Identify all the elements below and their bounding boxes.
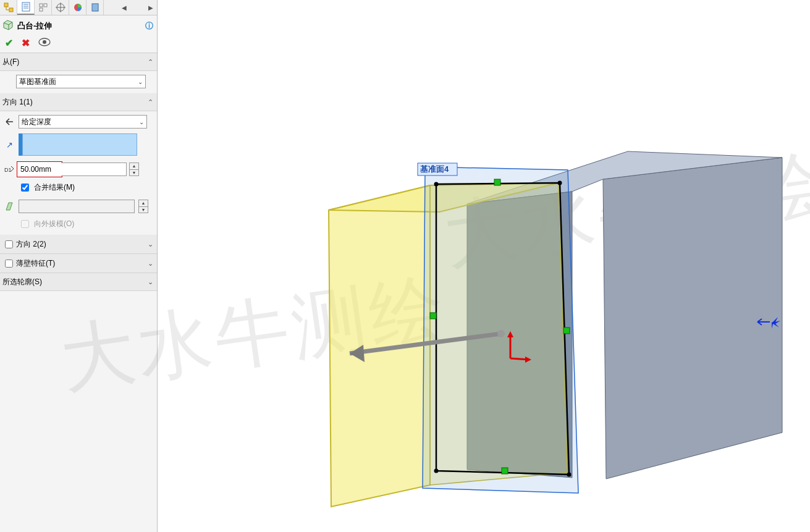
section-thin-header[interactable]: 薄壁特征(T) ⌄ — [0, 254, 157, 273]
section-dir2-label: 方向 2(2) — [16, 239, 46, 250]
target-icon — [56, 2, 65, 12]
draft-outward-label: 向外拔模(O) — [34, 219, 74, 229]
svg-point-23 — [558, 181, 562, 185]
spinner-down[interactable]: ▼ — [130, 170, 138, 176]
collapse-icon[interactable]: ⌃ — [148, 58, 153, 66]
section-from-label: 从(F) — [2, 57, 19, 67]
draft-icon[interactable] — [4, 201, 15, 211]
svg-rect-18 — [494, 179, 500, 185]
expand-icon[interactable]: ⌄ — [148, 278, 153, 286]
reference-plane[interactable]: 基准面4 — [418, 163, 578, 493]
chevron-down-icon: ⌄ — [138, 78, 143, 85]
property-manager-panel: ◀ ▶ 凸台-拉伸 ⓘ ✔ ✖ 从(F) ⌃ 草图基准面 ⌄ 方向 1(1) ⌃ — [0, 0, 158, 532]
svg-point-27 — [497, 330, 505, 337]
book-icon — [90, 2, 100, 12]
svg-rect-1 — [9, 8, 13, 12]
plane-label: 基准面4 — [420, 164, 449, 174]
svg-rect-0 — [4, 3, 8, 7]
graphics-viewport[interactable]: 大水牛测绘 大水牛测绘 基准面4 — [158, 0, 810, 532]
tab-extra-1[interactable] — [86, 0, 104, 15]
tab-display[interactable] — [69, 0, 86, 15]
depth-input-highlight — [17, 162, 62, 177]
merge-result-checkbox[interactable] — [21, 184, 29, 192]
from-dropdown-value: 草图基准面 — [19, 77, 56, 87]
page-icon — [21, 2, 31, 12]
endcondition-value: 给定深度 — [22, 117, 51, 127]
feature-title-row: 凸台-拉伸 ⓘ — [0, 15, 157, 35]
depth-input-ext — [61, 163, 127, 176]
dir2-checkbox[interactable] — [5, 240, 13, 248]
preview-button[interactable] — [38, 38, 51, 49]
svg-rect-6 — [40, 4, 43, 7]
tree-icon — [4, 2, 14, 12]
svg-rect-13 — [92, 4, 98, 11]
svg-point-15 — [43, 40, 46, 44]
svg-rect-19 — [502, 468, 508, 474]
direction-selection-box[interactable] — [19, 133, 137, 156]
svg-point-24 — [567, 473, 572, 477]
appearance-icon — [73, 2, 83, 12]
section-contour-label: 所选轮廓(S) — [2, 277, 42, 287]
direction-arrow-icon[interactable]: ↗ — [4, 140, 15, 150]
feature-title: 凸台-拉伸 — [17, 20, 52, 32]
from-dropdown[interactable]: 草图基准面 ⌄ — [16, 75, 146, 88]
expand-icon[interactable]: ⌄ — [148, 260, 153, 268]
manager-tabstrip: ◀ ▶ — [0, 0, 157, 15]
section-dir1-body: 给定深度 ⌄ ↗ D1 ▲ ▼ 合并结 — [0, 111, 157, 235]
tab-feature-manager[interactable] — [0, 0, 17, 15]
reverse-direction-button[interactable] — [4, 117, 15, 127]
svg-rect-8 — [40, 8, 43, 11]
help-button[interactable]: ⓘ — [145, 20, 153, 32]
tab-dimxpert[interactable] — [52, 0, 69, 15]
svg-point-22 — [434, 182, 439, 187]
section-dir2-header[interactable]: 方向 2(2) ⌄ — [0, 235, 157, 254]
config-icon — [38, 2, 48, 12]
thin-checkbox[interactable] — [5, 260, 13, 268]
depth-input[interactable] — [18, 163, 61, 176]
collapse-icon[interactable]: ⌃ — [148, 98, 153, 106]
chevron-down-icon: ⌄ — [139, 119, 144, 125]
svg-point-25 — [434, 469, 439, 473]
svg-rect-20 — [430, 313, 436, 319]
merge-result-label: 合并结果(M) — [34, 182, 75, 193]
svg-rect-7 — [44, 4, 47, 7]
draft-spinner[interactable]: ▲ ▼ — [138, 200, 148, 213]
ok-button[interactable]: ✔ — [5, 37, 13, 49]
tab-overflow-left[interactable]: ◀ — [118, 4, 130, 11]
view-orientation-triad[interactable] — [754, 313, 785, 331]
endcondition-dropdown[interactable]: 给定深度 ⌄ — [19, 115, 147, 129]
extrude-icon — [2, 19, 14, 32]
svg-rect-2 — [22, 2, 30, 11]
cancel-button[interactable]: ✖ — [22, 37, 30, 49]
tab-overflow-right[interactable]: ▶ — [145, 4, 157, 11]
section-from-body: 草图基准面 ⌄ — [0, 71, 157, 93]
draft-outward-checkbox — [21, 220, 29, 228]
section-dir1-label: 方向 1(1) — [2, 97, 33, 108]
section-contour-header[interactable]: 所选轮廓(S) ⌄ — [0, 273, 157, 291]
section-dir1-header[interactable]: 方向 1(1) ⌃ — [0, 93, 157, 111]
section-from-header[interactable]: 从(F) ⌃ — [0, 53, 157, 71]
scene-svg: 基准面4 — [158, 0, 810, 532]
depth-icon: D1 — [4, 165, 15, 174]
spinner-down[interactable]: ▼ — [139, 207, 148, 213]
section-thin-label: 薄壁特征(T) — [16, 258, 55, 269]
draft-angle-input[interactable] — [19, 200, 135, 213]
svg-text:D1: D1 — [4, 167, 12, 173]
tab-configuration[interactable] — [35, 0, 52, 15]
spinner-up[interactable]: ▲ — [130, 163, 138, 170]
spinner-up[interactable]: ▲ — [139, 200, 148, 207]
tab-property-manager[interactable] — [17, 0, 35, 15]
svg-rect-21 — [563, 327, 570, 334]
action-row: ✔ ✖ — [0, 35, 157, 53]
expand-icon[interactable]: ⌄ — [148, 240, 153, 248]
depth-spinner[interactable]: ▲ ▼ — [129, 163, 139, 176]
